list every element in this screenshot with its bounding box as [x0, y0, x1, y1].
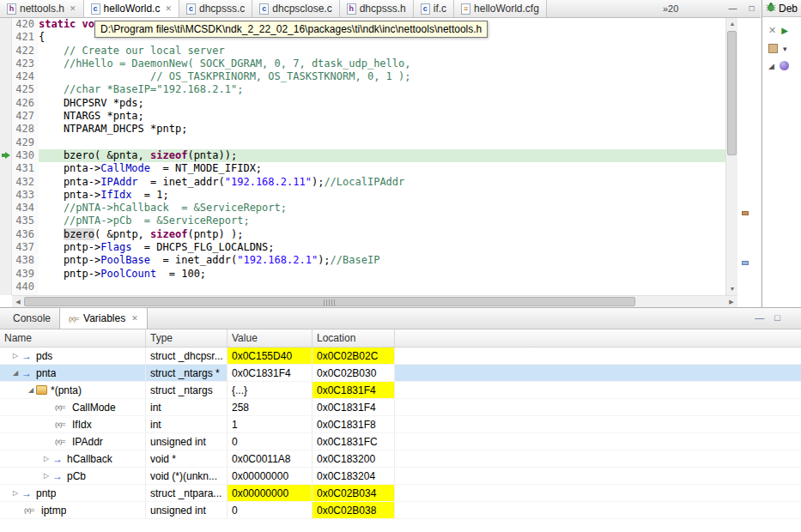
- tab-label: Variables: [83, 312, 125, 324]
- expanded-twisty-icon[interactable]: ◢: [768, 62, 774, 70]
- editor-area: hnettools.h✕chelloWorld.c✕cdhcpsss.ccdhc…: [0, 0, 761, 307]
- horizontal-scroll-thumb[interactable]: [24, 297, 635, 306]
- pointer-variable-icon: →: [21, 365, 33, 381]
- line-number: 422: [12, 45, 34, 57]
- variable-row-pCb[interactable]: ▷→pCbvoid (*)(unkn...0x000000000x0C18320…: [0, 468, 801, 485]
- tab-console[interactable]: Console: [4, 308, 59, 329]
- terminate-icon[interactable]: ✕: [768, 25, 776, 36]
- editor-horizontal-scrollbar[interactable]: ◀ ▶: [12, 295, 737, 307]
- line-number: 420: [12, 18, 34, 31]
- scroll-right-icon[interactable]: ▶: [725, 296, 737, 307]
- variable-row-CallMode[interactable]: (x)=CallModeint2580x0C1831F4: [0, 399, 801, 416]
- editor-vertical-scrollbar[interactable]: ▲ ▼: [725, 18, 737, 295]
- struct-variable-icon: [36, 385, 47, 395]
- maximize-editor-icon[interactable]: □: [745, 2, 758, 15]
- scroll-down-icon[interactable]: ▼: [726, 283, 738, 295]
- code-line-429: [39, 136, 725, 149]
- variable-name-cell: ▷→hCallback: [0, 450, 146, 467]
- scroll-up-icon[interactable]: ▲: [726, 18, 738, 30]
- variable-row-hCallback[interactable]: ▷→hCallbackvoid *0x0C0011A80x0C183200: [0, 450, 801, 468]
- close-icon[interactable]: ✕: [131, 314, 138, 323]
- tab-label: dhcpsss.c: [199, 3, 245, 15]
- file-type-c-icon: c: [259, 3, 269, 15]
- column-header-type[interactable]: Type: [146, 329, 228, 347]
- variable-value: 0x0C155D40: [228, 348, 313, 364]
- expand-twisty-icon[interactable]: ▷: [41, 468, 52, 484]
- scroll-grip: [324, 299, 335, 306]
- tab-label: nettools.h: [20, 3, 64, 15]
- line-number: 432: [12, 176, 34, 189]
- row-filler: [395, 399, 801, 415]
- variable-value: 258: [228, 399, 313, 415]
- editor-tab-helloWorld.cfg[interactable]: ≡helloWorld.cfg: [454, 0, 547, 17]
- tab-label: helloWorld.cfg: [474, 3, 539, 15]
- variable-name-cell: ◢→pnta: [0, 365, 146, 381]
- annotation-ruler[interactable]: [0, 18, 12, 295]
- overview-ruler[interactable]: [737, 18, 761, 295]
- line-number-ruler[interactable]: 4204214224234244254264274284294304314324…: [12, 18, 39, 295]
- debug-tree-row: ◢: [762, 53, 801, 70]
- tab-variables[interactable]: (x)= Variables ✕: [59, 307, 148, 329]
- variable-row-pds[interactable]: ▷→pdsstruct _dhcpsr...0x0C155D400x0C02B0…: [0, 348, 801, 365]
- variable-value: 0x0C1831F4: [228, 365, 313, 381]
- expand-twisty-icon[interactable]: ▷: [41, 450, 52, 467]
- close-icon[interactable]: ✕: [70, 4, 76, 13]
- chevron-down-icon[interactable]: ▾: [783, 45, 787, 53]
- expand-twisty-icon[interactable]: ▷: [10, 485, 21, 501]
- expand-twisty-icon[interactable]: ▷: [10, 348, 21, 364]
- editor-tab-nettools.h[interactable]: hnettools.h✕: [0, 0, 84, 17]
- close-icon[interactable]: ✕: [165, 4, 172, 13]
- variables-icon: (x)=: [69, 315, 79, 323]
- scalar-variable-icon: (x)=: [21, 502, 38, 518]
- collapse-twisty-icon[interactable]: ◢: [26, 382, 36, 398]
- line-number: 424: [12, 70, 34, 83]
- variable-location: 0x0C1831F8: [313, 416, 395, 432]
- editor-tab-helloWorld.c[interactable]: chelloWorld.c✕: [84, 0, 179, 17]
- variable-name-cell: (x)=IfIdx: [0, 416, 146, 432]
- view-toolbar: — □: [755, 312, 780, 323]
- line-number: 438: [12, 254, 34, 267]
- variable-type: unsigned int: [146, 502, 228, 518]
- minimize-view-icon[interactable]: —: [755, 312, 764, 323]
- collapse-twisty-icon[interactable]: ◢: [10, 365, 21, 381]
- scalar-variable-icon: (x)=: [52, 433, 69, 450]
- variable-row-pnta[interactable]: ◢→pntastruct _ntargs *0x0C1831F40x0C02B0…: [0, 365, 801, 382]
- variable-type: void (*)(unkn...: [146, 468, 228, 484]
- minimize-editor-icon[interactable]: —: [726, 2, 739, 15]
- variable-name-cell: (x)=IPAddr: [0, 433, 146, 450]
- editor-tabs: hnettools.h✕chelloWorld.c✕cdhcpsss.ccdhc…: [0, 0, 761, 17]
- variable-name: pnta: [36, 365, 56, 381]
- resume-icon[interactable]: ▶: [781, 26, 788, 35]
- editor-tab-dhcpsss.c[interactable]: cdhcpsss.c: [179, 0, 252, 17]
- variable-name: hCallback: [67, 450, 112, 467]
- code-editor[interactable]: 4204214224234244254264274284294304314324…: [0, 18, 761, 307]
- variable-row-IfIdx[interactable]: (x)=IfIdxint10x0C1831F8: [0, 416, 801, 433]
- editor-tab-dhcpsss.h[interactable]: hdhcpsss.h: [340, 0, 414, 17]
- debug-toolbar-row: ✕ ▶: [762, 17, 801, 36]
- vertical-scroll-thumb[interactable]: [727, 31, 737, 155]
- debug-view-tab[interactable]: Deb: [762, 0, 801, 17]
- variable-row-iptmp[interactable]: (x)=iptmpunsigned int00x0C02B038: [0, 502, 801, 519]
- column-header-name[interactable]: Name: [0, 329, 146, 347]
- overview-annotation-mark[interactable]: [742, 211, 749, 215]
- column-header-filler: [395, 329, 801, 347]
- pointer-variable-icon: →: [21, 485, 33, 501]
- variable-row-IPAddr[interactable]: (x)=IPAddrunsigned int00x0C1831FC: [0, 433, 801, 450]
- variable-row-pntp[interactable]: ▷→pntpstruct _ntpara...0x000000000x0C02B…: [0, 485, 801, 502]
- variable-value: 0: [228, 433, 313, 450]
- column-header-location[interactable]: Location: [313, 329, 395, 347]
- column-header-value[interactable]: Value: [228, 329, 313, 347]
- tab-label: dhcpsss.h: [360, 3, 406, 15]
- overview-annotation-mark[interactable]: [742, 261, 749, 265]
- editor-tab-dhcpsclose.c[interactable]: cdhcpsclose.c: [252, 0, 339, 17]
- tab-overflow-chevron[interactable]: »20: [663, 3, 678, 14]
- code-lines: static vo{ // Create our local server //…: [39, 18, 725, 295]
- variable-location: 0x0C1831F4: [313, 399, 395, 415]
- variable-row-*(pnta)[interactable]: ◢*(pnta)struct _ntargs{...}0x0C1831F4: [0, 382, 801, 399]
- maximize-view-icon[interactable]: □: [774, 312, 780, 323]
- code-line-432: pnta->IPAddr = inet_addr("192.168.2.11")…: [39, 176, 725, 189]
- editor-tab-if.c[interactable]: cif.c: [414, 0, 454, 17]
- restart-icon[interactable]: [768, 44, 778, 53]
- scroll-left-icon[interactable]: ◀: [12, 296, 24, 307]
- line-number: 421: [12, 31, 34, 44]
